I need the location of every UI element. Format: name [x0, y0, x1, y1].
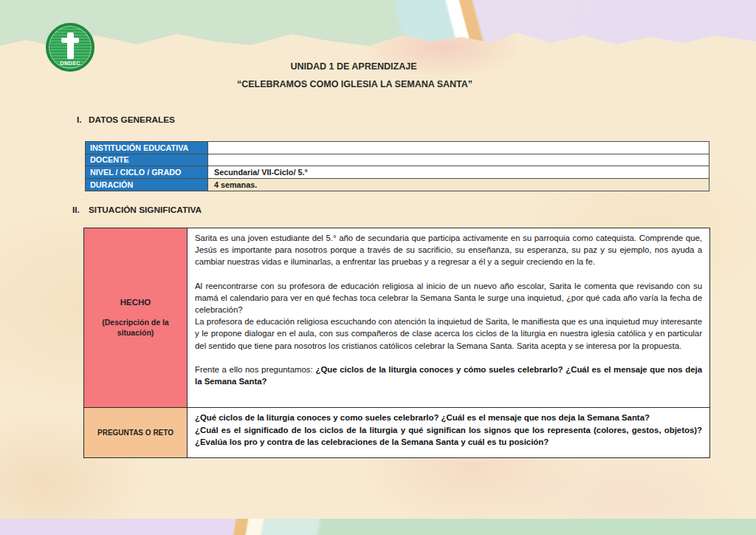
table-row-value: Secundaria/ VII-Ciclo/ 5.° — [208, 166, 709, 179]
section-numeral: II. — [72, 205, 89, 215]
title-line-2: “CELEBRAMOS COMO IGLESIA LA SEMANA SANTA… — [41, 75, 668, 93]
datos-generales-table: INSTITUCIÓN EDUCATIVA DOCENTE NIVEL / CI… — [85, 141, 709, 191]
table-row-label: NIVEL / CICLO / GRADO — [86, 166, 208, 179]
bottom-decorative-band — [0, 517, 756, 535]
table-row-value — [208, 154, 709, 167]
hecho-paragraph-1: Sarita es una joven estudiante del 5.° a… — [195, 232, 702, 268]
section-heading-datos-generales: I. DATOS GENERALES — [77, 115, 175, 125]
preguntas-label-cell: PREGUNTAS O RETO — [84, 408, 188, 457]
situacion-significativa-table: HECHO (Descripción de la situación) Sari… — [83, 228, 710, 458]
section-heading-situacion-significativa: II. SITUACIÓN SIGNIFICATIVA — [72, 205, 202, 215]
title-line-1: UNIDAD 1 DE APRENDIZAJE — [41, 58, 666, 75]
preguntas-label: PREGUNTAS O RETO — [97, 429, 173, 437]
hecho-question-intro: Frente a ello nos preguntamos: — [195, 365, 315, 374]
section-numeral: I. — [77, 115, 89, 125]
preguntas-question-1: ¿Qué ciclos de la liturgia conoces y com… — [195, 412, 702, 424]
section-heading-label: DATOS GENERALES — [89, 115, 175, 125]
cross-icon-bar — [61, 38, 79, 43]
table-row-label: DURACIÓN — [86, 179, 208, 191]
table-row-label: DOCENTE — [86, 154, 208, 167]
table-row-label: INSTITUCIÓN EDUCATIVA — [86, 142, 208, 154]
hecho-paragraph-2: Al reencontrarse con su profesora de edu… — [195, 280, 702, 316]
ondec-logo: ONDEC — [46, 23, 94, 72]
hecho-paragraph-3: La profesora de educación religiosa escu… — [195, 316, 702, 352]
cross-icon — [67, 33, 74, 59]
hecho-label-cell: HECHO (Descripción de la situación) — [84, 228, 188, 408]
document-title: UNIDAD 1 DE APRENDIZAJE “CELEBRAMOS COMO… — [41, 58, 756, 93]
section-heading-label: SITUACIÓN SIGNIFICATIVA — [89, 205, 202, 215]
preguntas-content-cell: ¿Qué ciclos de la liturgia conoces y com… — [188, 408, 709, 457]
preguntas-question-2: ¿Cuál es el significado de los ciclos de… — [195, 424, 702, 449]
hecho-subtitle: (Descripción de la situación) — [90, 317, 181, 338]
table-row-value: 4 semanas. — [208, 179, 709, 191]
hecho-title: HECHO — [120, 298, 151, 307]
hecho-paragraph-4: Frente a ello nos preguntamos: ¿Que cicl… — [195, 364, 702, 387]
table-row-value — [208, 142, 709, 154]
logo-label: ONDEC — [49, 61, 92, 66]
hecho-content-cell: Sarita es una joven estudiante del 5.° a… — [188, 228, 709, 408]
